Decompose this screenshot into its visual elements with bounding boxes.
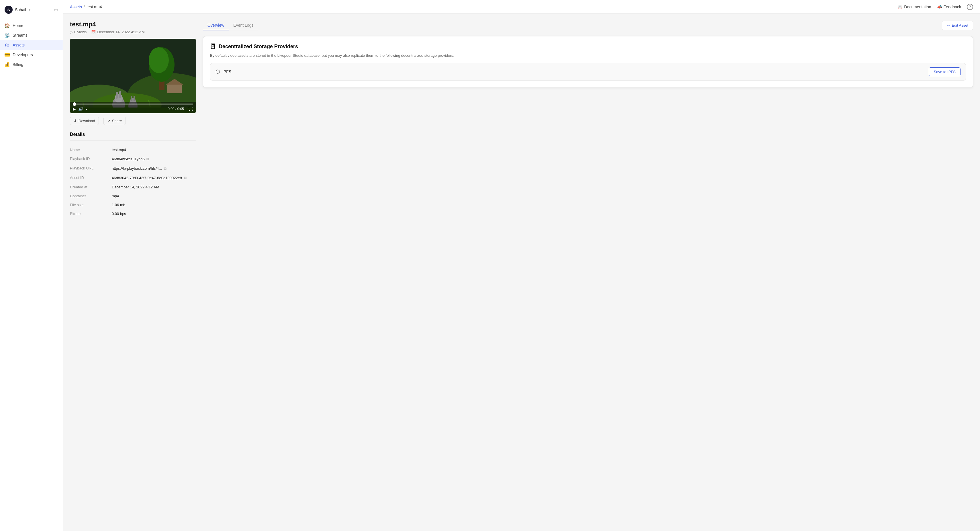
feedback-label: Feedback — [943, 5, 961, 9]
calendar-icon: 📅 — [91, 30, 96, 34]
sidebar-item-developers[interactable]: 💳 Developers — [0, 50, 63, 60]
storage-card-description: By default video assets are stored in th… — [210, 53, 966, 59]
streams-icon: 📡 — [5, 33, 10, 38]
documentation-label: Documentation — [904, 5, 931, 9]
time-display: 0:00 / 0:05 — [168, 107, 184, 111]
play-button[interactable]: ▶ — [73, 107, 76, 111]
progress-dot — [73, 102, 76, 106]
sidebar-item-label: Home — [13, 23, 23, 28]
copy-playback-id-button[interactable]: ⧉ — [146, 156, 149, 161]
sidebar-item-label: Developers — [13, 53, 33, 57]
right-panel: Overview Event Logs ✏ Edit Asset 🗄 Decen… — [203, 21, 973, 524]
detail-row: Asset ID 46d83042-79d0-43f7-9e47-6e0e109… — [70, 173, 196, 183]
share-icon: ↗ — [107, 119, 110, 123]
play-icon: ▷ — [70, 30, 73, 34]
tab-event-logs[interactable]: Event Logs — [229, 21, 258, 30]
video-controls: ▶ 🔊 ● 0:00 / 0:05 ⛶ — [70, 102, 196, 113]
breadcrumb-separator: / — [84, 5, 85, 9]
download-icon: ⬇ — [74, 119, 77, 123]
svg-point-5 — [149, 47, 169, 73]
detail-row: Container mp4 — [70, 191, 196, 201]
storage-card-header: 🗄 Decentralized Storage Providers — [210, 43, 966, 50]
detail-row: Created at December 14, 2022 4:12 AM — [70, 183, 196, 191]
asset-views: ▷ 0 views — [70, 30, 86, 34]
content-area: test.mp4 ▷ 0 views 📅 December 14, 2022 4… — [63, 14, 980, 531]
ipfs-cube-icon: ⬡ — [215, 69, 220, 75]
svg-rect-15 — [131, 96, 132, 101]
storage-card: 🗄 Decentralized Storage Providers By def… — [203, 36, 973, 88]
svg-rect-11 — [116, 92, 118, 99]
svg-rect-7 — [167, 85, 182, 93]
logo-icon: S — [5, 6, 13, 14]
ipfs-provider-row: ⬡ IPFS Save to IPFS — [210, 63, 966, 81]
detail-row: File size 1.06 mb — [70, 201, 196, 209]
storage-card-title: Decentralized Storage Providers — [219, 43, 298, 49]
sidebar-item-streams[interactable]: 📡 Streams — [0, 30, 63, 40]
loading-indicator — [54, 9, 58, 11]
sidebar-item-billing[interactable]: 💰 Billing — [0, 60, 63, 69]
edit-asset-button[interactable]: ✏ Edit Asset — [942, 21, 973, 30]
megaphone-icon: 📣 — [937, 5, 942, 9]
right-top-row: Overview Event Logs ✏ Edit Asset — [203, 21, 973, 36]
asset-created-at: 📅 December 14, 2022 4:12 AM — [91, 30, 145, 34]
svg-rect-16 — [134, 96, 135, 101]
sidebar-logo[interactable]: S Suhail ▾ — [0, 3, 63, 18]
download-button[interactable]: ⬇ Download — [70, 117, 99, 125]
sidebar-item-label: Streams — [13, 33, 27, 38]
details-section: Details Name test.mp4 Playback ID 46d84w… — [70, 132, 196, 218]
assets-icon: 🗂 — [5, 42, 10, 48]
fullscreen-button[interactable]: ⛶ — [189, 106, 193, 112]
controls-row: ▶ 🔊 ● 0:00 / 0:05 ⛶ — [73, 106, 193, 112]
video-player: ▶ 🔊 ● 0:00 / 0:05 ⛶ — [70, 39, 196, 113]
tab-overview[interactable]: Overview — [203, 21, 229, 30]
sidebar-item-home[interactable]: 🏠 Home — [0, 21, 63, 30]
database-stack-icon: 🗄 — [210, 43, 216, 50]
home-icon: 🏠 — [5, 23, 10, 28]
sidebar-item-label: Billing — [13, 62, 23, 67]
left-panel: test.mp4 ▷ 0 views 📅 December 14, 2022 4… — [70, 21, 196, 524]
details-divider — [70, 140, 196, 141]
share-button[interactable]: ↗ Share — [103, 117, 126, 125]
documentation-icon: 📖 — [897, 5, 902, 9]
progress-bar[interactable] — [73, 104, 193, 105]
help-symbol: ? — [969, 5, 971, 9]
details-title: Details — [70, 132, 196, 137]
breadcrumb-assets-link[interactable]: Assets — [70, 5, 82, 9]
copy-playback-url-button[interactable]: ⧉ — [164, 166, 167, 171]
tabs: Overview Event Logs — [203, 21, 258, 30]
chevron-down-icon: ▾ — [29, 8, 30, 11]
ipfs-label: ⬡ IPFS — [215, 69, 231, 75]
help-button[interactable]: ? — [967, 4, 973, 10]
main-area: Assets / test.mp4 📖 Documentation 📣 Feed… — [63, 0, 980, 531]
billing-icon: 💰 — [5, 62, 10, 67]
action-buttons: ⬇ Download ↗ Share — [70, 117, 196, 125]
detail-row: Bitrate 0.00 bps — [70, 209, 196, 218]
sidebar-item-label: Assets — [13, 43, 25, 47]
save-to-ipfs-button[interactable]: Save to IPFS — [929, 67, 961, 76]
svg-rect-12 — [119, 91, 121, 98]
documentation-button[interactable]: 📖 Documentation — [897, 5, 931, 9]
sidebar-nav: 🏠 Home 📡 Streams 🗂 Assets 💳 Developers 💰… — [0, 18, 63, 72]
topbar: Assets / test.mp4 📖 Documentation 📣 Feed… — [63, 0, 980, 14]
detail-row: Playback ID 46d84w5zczu1yoh6 ⧉ — [70, 154, 196, 164]
sidebar-item-assets[interactable]: 🗂 Assets — [0, 40, 63, 50]
username-label: Suhail — [15, 8, 26, 12]
detail-row: Playback URL https://lp-playback.com/hls… — [70, 164, 196, 173]
copy-asset-id-button[interactable]: ⧉ — [184, 175, 186, 180]
breadcrumb: Assets / test.mp4 — [70, 5, 102, 9]
asset-meta: ▷ 0 views 📅 December 14, 2022 4:12 AM — [70, 30, 196, 34]
detail-row: Name test.mp4 — [70, 145, 196, 154]
breadcrumb-current: test.mp4 — [86, 5, 102, 9]
developers-icon: 💳 — [5, 52, 10, 57]
volume-dot: ● — [85, 107, 87, 111]
sidebar: S Suhail ▾ 🏠 Home 📡 Streams 🗂 Assets 💳 D… — [0, 0, 63, 531]
edit-icon: ✏ — [947, 23, 950, 27]
feedback-button[interactable]: 📣 Feedback — [937, 5, 961, 9]
volume-button[interactable]: 🔊 — [78, 107, 83, 111]
asset-title: test.mp4 — [70, 21, 196, 28]
topbar-actions: 📖 Documentation 📣 Feedback ? — [897, 4, 973, 10]
